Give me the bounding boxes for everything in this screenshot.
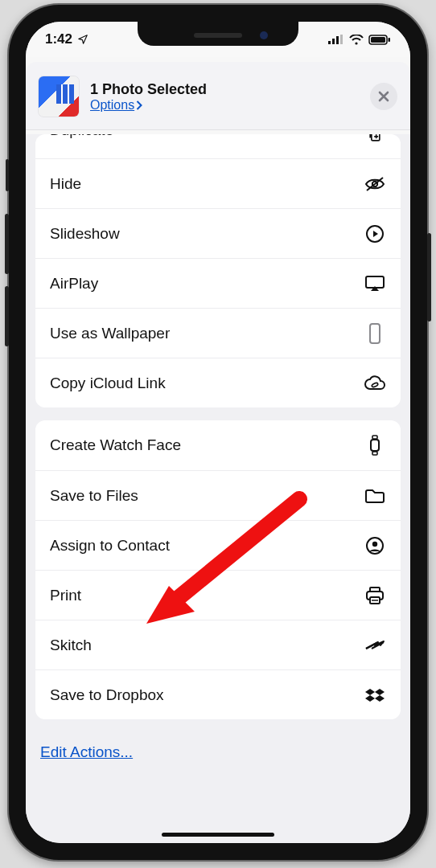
action-label: Duplicate [50, 134, 113, 139]
airplay-icon [364, 275, 386, 293]
action-label: Save to Dropbox [50, 686, 164, 704]
action-label: Assign to Contact [50, 537, 170, 555]
action-create-watch-face[interactable]: Create Watch Face [35, 420, 401, 470]
notch [138, 22, 298, 46]
chevron-right-icon [135, 100, 142, 110]
wifi-icon [349, 35, 364, 45]
svg-point-4 [355, 42, 357, 44]
action-label: Save to Files [50, 487, 138, 505]
edit-actions-label: Edit Actions... [40, 743, 133, 760]
printer-icon [364, 586, 386, 605]
home-indicator[interactable] [162, 833, 274, 837]
power-button [427, 233, 431, 321]
contact-icon [364, 536, 386, 555]
watch-icon [364, 435, 386, 456]
status-time: 1:42 [45, 31, 72, 47]
duplicate-icon [364, 134, 386, 144]
location-icon [77, 34, 88, 45]
action-use-as-wallpaper[interactable]: Use as Wallpaper [35, 308, 401, 358]
svg-rect-3 [340, 35, 343, 44]
svg-rect-17 [372, 452, 377, 455]
cloud-link-icon [364, 375, 386, 391]
action-label: AirPlay [50, 275, 98, 293]
actions-group-1: Duplicate Hide Slideshow [35, 134, 401, 407]
svg-point-19 [372, 541, 377, 546]
svg-rect-2 [336, 36, 339, 44]
volume-up [5, 214, 9, 274]
screen: 1:42 1 Photo Selected [26, 22, 410, 843]
options-label: Options [90, 98, 134, 113]
svg-rect-1 [332, 39, 335, 44]
action-print[interactable]: Print [35, 570, 401, 620]
phone-frame: 1:42 1 Photo Selected [9, 5, 427, 860]
share-sheet-header: 1 Photo Selected Options [26, 62, 410, 130]
skitch-icon [364, 638, 386, 653]
action-label: Create Watch Face [50, 436, 181, 454]
actions-group-2: Create Watch Face Save to Files Assign t… [35, 420, 401, 719]
selection-title: 1 Photo Selected [90, 81, 359, 98]
cellular-icon [328, 35, 344, 44]
svg-rect-15 [371, 440, 379, 451]
action-label: Print [50, 587, 81, 604]
svg-rect-0 [328, 41, 331, 44]
battery-icon [368, 35, 391, 45]
edit-actions-link[interactable]: Edit Actions... [35, 732, 401, 761]
svg-rect-13 [370, 324, 380, 343]
svg-rect-6 [371, 37, 385, 43]
action-duplicate[interactable]: Duplicate [35, 134, 401, 158]
svg-rect-7 [389, 38, 391, 42]
action-save-to-dropbox[interactable]: Save to Dropbox [35, 669, 401, 719]
dropbox-icon [364, 687, 386, 703]
action-label: Copy iCloud Link [50, 375, 166, 392]
folder-icon [364, 488, 386, 504]
action-label: Use as Wallpaper [50, 325, 170, 342]
action-assign-to-contact[interactable]: Assign to Contact [35, 520, 401, 570]
action-copy-icloud-link[interactable]: Copy iCloud Link [35, 358, 401, 407]
options-link[interactable]: Options [90, 98, 359, 113]
action-label: Skitch [50, 637, 92, 654]
action-skitch[interactable]: Skitch [35, 620, 401, 669]
mute-switch [6, 159, 9, 191]
action-slideshow[interactable]: Slideshow [35, 208, 401, 258]
close-icon [378, 91, 389, 102]
svg-rect-16 [372, 436, 377, 439]
svg-point-14 [372, 382, 379, 387]
svg-rect-12 [366, 276, 384, 288]
play-circle-icon [364, 224, 386, 244]
action-label: Hide [50, 175, 81, 193]
actions-scroll[interactable]: Duplicate Hide Slideshow [26, 134, 410, 843]
selected-photo-thumbnail[interactable] [39, 76, 79, 117]
close-button[interactable] [370, 83, 397, 110]
action-label: Slideshow [50, 225, 120, 243]
volume-down [5, 286, 9, 346]
action-save-to-files[interactable]: Save to Files [35, 470, 401, 520]
iphone-icon [364, 323, 386, 344]
action-hide[interactable]: Hide [35, 158, 401, 208]
action-airplay[interactable]: AirPlay [35, 258, 401, 308]
hide-icon [364, 176, 386, 192]
